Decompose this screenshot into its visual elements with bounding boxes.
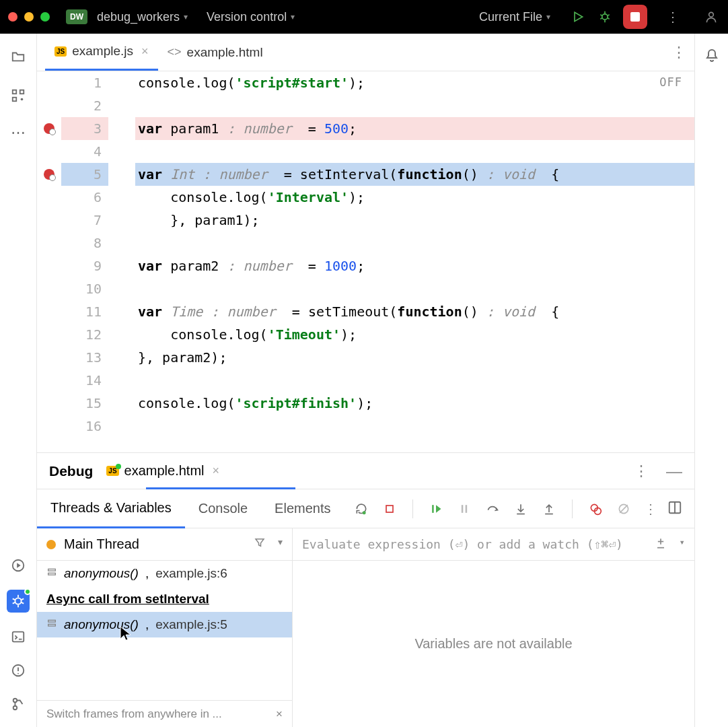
vcs-selector[interactable]: Version control ▾ bbox=[207, 10, 295, 24]
line-number[interactable]: 8 bbox=[61, 232, 108, 254]
frames-header: Main Thread ▾ bbox=[37, 528, 292, 561]
close-tab-icon[interactable]: × bbox=[141, 44, 149, 59]
line-number[interactable]: 11 bbox=[61, 300, 108, 323]
line-number[interactable]: 10 bbox=[61, 277, 108, 300]
code-line[interactable] bbox=[135, 277, 694, 300]
more-tools-icon[interactable]: ⋯ bbox=[11, 125, 26, 140]
code-line[interactable]: }, param2); bbox=[135, 346, 694, 369]
debug-button[interactable] bbox=[596, 8, 614, 26]
code-line[interactable]: var Int : number = setInterval(function(… bbox=[135, 163, 694, 186]
debug-tool-icon[interactable] bbox=[7, 590, 30, 613]
view-breakpoints-icon[interactable] bbox=[587, 501, 604, 517]
stop-icon[interactable] bbox=[381, 501, 398, 517]
html-file-icon: <> bbox=[168, 45, 182, 59]
code-line[interactable]: var param1 : number = 500; bbox=[135, 117, 694, 140]
git-tool-icon[interactable] bbox=[9, 695, 28, 714]
code-line[interactable] bbox=[135, 140, 694, 163]
project-selector[interactable]: debug_workers ▾ bbox=[97, 10, 188, 24]
chevron-down-icon[interactable]: ▾ bbox=[680, 536, 685, 553]
mute-breakpoints-icon[interactable] bbox=[616, 501, 632, 517]
line-number[interactable]: 13 bbox=[61, 346, 108, 369]
line-number[interactable]: 12 bbox=[61, 323, 108, 346]
tab-filename: example.html bbox=[187, 45, 263, 60]
resume-icon[interactable] bbox=[428, 501, 444, 517]
structure-tool-icon[interactable] bbox=[9, 86, 28, 105]
project-tool-icon[interactable] bbox=[9, 47, 28, 66]
terminal-tool-icon[interactable] bbox=[9, 627, 28, 646]
svg-line-6 bbox=[608, 18, 610, 20]
step-into-icon[interactable] bbox=[513, 501, 529, 517]
toolbar-more-icon[interactable]: ⋮ bbox=[644, 501, 657, 517]
line-number[interactable]: 16 bbox=[61, 415, 108, 438]
editor[interactable]: OFF 12345678910111213141516 console.log(… bbox=[37, 71, 694, 452]
line-number[interactable]: 6 bbox=[61, 186, 108, 209]
line-number[interactable]: 2 bbox=[61, 94, 108, 117]
zoom-window-button[interactable] bbox=[40, 12, 50, 22]
pause-icon[interactable] bbox=[456, 501, 472, 517]
tab-overflow-icon[interactable]: ⋮ bbox=[671, 44, 686, 61]
code-line[interactable] bbox=[135, 369, 694, 392]
debug-subtab[interactable]: Elements bbox=[261, 489, 344, 528]
debug-file-tab[interactable]: JS example.html × bbox=[106, 463, 219, 479]
chevron-down-icon[interactable]: ▾ bbox=[278, 536, 283, 552]
svg-line-16 bbox=[13, 598, 15, 600]
code-line[interactable]: console.log('Timeout'); bbox=[135, 323, 694, 346]
code-line[interactable]: console.log('script#finish'); bbox=[135, 392, 694, 415]
debug-subtab[interactable]: Console bbox=[185, 489, 261, 528]
code-line[interactable] bbox=[135, 94, 694, 117]
stop-button[interactable] bbox=[623, 5, 647, 29]
line-number[interactable]: 5 bbox=[61, 163, 108, 186]
rerun-icon[interactable] bbox=[353, 501, 369, 517]
code-line[interactable]: var param2 : number = 1000; bbox=[135, 254, 694, 277]
code-line[interactable]: var Time : number = setTimeout(function(… bbox=[135, 300, 694, 323]
run-button[interactable] bbox=[569, 8, 587, 26]
variables-header: Evaluate expression (⏎) or add a watch (… bbox=[293, 528, 694, 561]
debug-subtab[interactable]: Threads & Variables bbox=[37, 489, 185, 528]
close-window-button[interactable] bbox=[8, 12, 17, 22]
breakpoint-icon[interactable] bbox=[44, 169, 54, 180]
notifications-icon[interactable] bbox=[704, 47, 720, 66]
close-tab-icon[interactable]: × bbox=[213, 464, 220, 478]
frames-list[interactable]: anonymous(), example.js:6Async call from… bbox=[37, 561, 292, 700]
step-out-icon[interactable] bbox=[541, 501, 557, 517]
evaluate-input[interactable]: Evaluate expression (⏎) or add a watch (… bbox=[302, 537, 647, 551]
line-number[interactable]: 14 bbox=[61, 369, 108, 392]
variables-empty-message: Variables are not available bbox=[414, 636, 572, 652]
code-line[interactable] bbox=[135, 415, 694, 438]
code-line[interactable]: console.log('Interval'); bbox=[135, 186, 694, 209]
code-line[interactable]: }, param1); bbox=[135, 209, 694, 232]
project-name-label: debug_workers bbox=[97, 10, 180, 24]
line-number[interactable]: 7 bbox=[61, 209, 108, 232]
stack-frame-row[interactable]: anonymous(), example.js:5 bbox=[37, 612, 292, 637]
code-line[interactable]: console.log('script#start'); bbox=[135, 71, 694, 94]
line-number[interactable]: 3 bbox=[61, 117, 108, 140]
minimize-window-button[interactable] bbox=[24, 12, 34, 22]
code-line[interactable] bbox=[135, 232, 694, 254]
run-tool-icon[interactable] bbox=[9, 556, 28, 575]
gutter: 12345678910111213141516 bbox=[37, 71, 135, 452]
window-controls bbox=[8, 12, 50, 22]
frame-function-name: anonymous() bbox=[64, 566, 139, 581]
close-hint-icon[interactable]: × bbox=[276, 707, 283, 721]
stack-frame-row[interactable]: anonymous(), example.js:6 bbox=[37, 561, 292, 586]
line-number[interactable]: 4 bbox=[61, 140, 108, 163]
line-number[interactable]: 1 bbox=[61, 71, 108, 94]
editor-tab-active[interactable]: JS example.js × bbox=[45, 34, 158, 71]
run-config-label: Current File bbox=[479, 10, 542, 24]
step-over-icon[interactable] bbox=[484, 501, 501, 517]
breakpoint-icon[interactable] bbox=[44, 123, 54, 134]
layout-settings-icon[interactable] bbox=[667, 500, 682, 518]
problems-tool-icon[interactable] bbox=[9, 661, 28, 680]
more-actions-icon[interactable]: ⋮ bbox=[666, 9, 680, 25]
user-icon[interactable] bbox=[702, 8, 720, 26]
code-area[interactable]: console.log('script#start');var param1 :… bbox=[135, 71, 694, 452]
add-watch-icon[interactable] bbox=[654, 536, 667, 553]
editor-tab-other[interactable]: <> example.html bbox=[158, 34, 272, 71]
line-number[interactable]: 15 bbox=[61, 392, 108, 415]
debug-minimize-icon[interactable]: — bbox=[666, 462, 682, 481]
line-number[interactable]: 9 bbox=[61, 254, 108, 277]
filter-icon[interactable] bbox=[254, 536, 266, 552]
debug-more-icon[interactable]: ⋮ bbox=[634, 462, 649, 480]
svg-rect-10 bbox=[13, 98, 17, 102]
run-config-selector[interactable]: Current File ▾ bbox=[479, 10, 550, 24]
